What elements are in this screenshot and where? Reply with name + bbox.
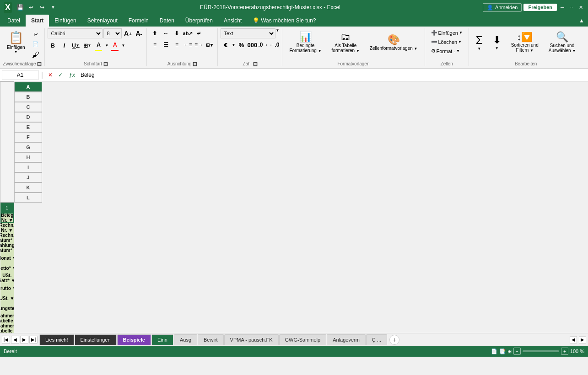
tab-help[interactable]: 💡 Was möchten Sie tun? (247, 15, 321, 27)
tab-seitenlayout[interactable]: Seitenlayout (82, 15, 123, 27)
cell-D1[interactable]: ZahlungsDatum* ▼ (0, 243, 14, 253)
tab-gwg[interactable]: GWG-Sammelp (279, 334, 327, 345)
cell-B1[interactable]: Rechn.Nr. ▼ (0, 223, 14, 233)
col-header-D[interactable]: D (14, 112, 42, 122)
comma-btn[interactable]: 000 (247, 40, 257, 50)
kopieren-button[interactable]: 📄 (30, 40, 42, 48)
font-color-dropdown[interactable]: ▼ (121, 43, 125, 48)
tab-ansicht[interactable]: Ansicht (218, 15, 247, 27)
scroll-left-btn[interactable]: ◀ (570, 336, 577, 343)
tab-more[interactable]: Ç ... (366, 334, 387, 345)
tab-datei[interactable]: Datei (2, 15, 26, 27)
align-left-btn[interactable]: ≡ (150, 40, 160, 50)
wrap-text-btn[interactable]: ↵ (194, 28, 204, 38)
col-header-J[interactable]: J (14, 172, 42, 182)
zellenformatvorlagen-button[interactable]: 🎨 Zellenformatvorlagen ▼ (366, 28, 422, 56)
align-bottom-btn[interactable]: ⬇ (172, 28, 182, 38)
tab-einstellungen[interactable]: Einstellungen (75, 334, 117, 345)
italic-button[interactable]: I (59, 41, 69, 51)
align-center-btn[interactable]: ☰ (161, 40, 171, 50)
underline-button[interactable]: U ▼ (70, 41, 81, 51)
align-top-btn[interactable]: ⬆ (150, 28, 160, 38)
ausschneiden-button[interactable]: ✂ (30, 30, 42, 39)
scroll-right-btn[interactable]: ▶ (579, 336, 586, 343)
ribbon-collapse-btn[interactable]: ▲ (575, 15, 588, 27)
formula-input[interactable] (79, 70, 586, 80)
decrease-decimal-btn[interactable]: ←.0 (269, 40, 279, 50)
cell-L1[interactable]: Einnahmen-Artfür die Tabelle BWA* ▼ (0, 323, 14, 333)
fill-dropdown[interactable]: ▼ (105, 43, 108, 48)
format-zellen-button[interactable]: ⚙ Format - ▼ (428, 47, 463, 55)
decrease-indent-btn[interactable]: ←≡ (183, 40, 193, 50)
tab-formeln[interactable]: Formeln (123, 15, 154, 27)
col-header-I[interactable]: I (14, 162, 42, 172)
zoom-in-btn[interactable]: + (561, 348, 568, 355)
col-header-G[interactable]: G (14, 142, 42, 152)
view-page-btn[interactable]: ⊞ (507, 348, 512, 354)
redo-btn[interactable]: ↪ (38, 3, 47, 12)
col-header-E[interactable]: E (14, 122, 42, 132)
cell-H1[interactable]: Brutto ▼ (0, 283, 14, 293)
tab-ueberpruefen[interactable]: Überprüfen (180, 15, 218, 27)
cell-I1[interactable]: USt. ▼ (0, 293, 14, 303)
restore-btn[interactable]: ▫ (568, 4, 575, 11)
add-sheet-btn[interactable]: + (389, 335, 399, 345)
col-header-L[interactable]: L (14, 193, 42, 203)
row-num-1[interactable]: 1 (0, 203, 14, 213)
suchen-auswaehlen-button[interactable]: 🔍 Suchen undAuswählen ▼ (545, 28, 580, 56)
fill-color-btn[interactable]: A (93, 40, 103, 51)
merge-btn[interactable]: ⊞▼ (205, 40, 215, 50)
autosum-button[interactable]: Σ ▼ (472, 28, 487, 56)
cell-F1[interactable]: Netto* ▼ (0, 263, 14, 273)
bold-button[interactable]: B (48, 41, 58, 51)
increase-decimal-btn[interactable]: .0→ (258, 40, 268, 50)
loeschen-zellen-button[interactable]: ➖ Löschen ▼ (428, 38, 465, 46)
percent-btn[interactable]: % (236, 40, 246, 50)
cell-E1[interactable]: Monat ▼ (0, 253, 14, 263)
anmelden-button[interactable]: 👤 Anmelden (483, 3, 522, 12)
tab-start[interactable]: Start (26, 15, 49, 27)
tab-last-btn[interactable]: ▶| (29, 336, 38, 344)
view-normal-btn[interactable]: 📄 (491, 348, 497, 354)
tab-next-btn[interactable]: ▶ (20, 336, 28, 344)
einfuegen-zellen-button[interactable]: ➕ Einfügen ▼ (428, 28, 466, 37)
bedingte-formatierung-button[interactable]: 📊 BedingteFormatierung ▼ (285, 28, 325, 56)
number-format-dropdown[interactable]: ▼ (275, 28, 279, 38)
undo-btn[interactable]: ↩ (27, 3, 36, 12)
format-uebertragen-button[interactable]: 🖌 (30, 49, 42, 60)
einfuegen-button[interactable]: 📋 Einfügen ▼ (3, 28, 29, 56)
currency-dropdown[interactable]: ▼ (232, 43, 235, 47)
orientation-btn[interactable]: ab↗ (183, 28, 193, 38)
borders-button[interactable]: ⊞▼ (82, 41, 92, 51)
decrease-font-btn[interactable]: A- (134, 28, 144, 38)
font-name-select[interactable]: Calibri (48, 28, 102, 38)
col-header-C[interactable]: C (14, 102, 42, 112)
tab-first-btn[interactable]: |◀ (2, 336, 10, 344)
zoom-slider[interactable] (523, 350, 559, 352)
tab-einfuegen[interactable]: Einfügen (49, 15, 81, 27)
tab-prev-btn[interactable]: ◀ (11, 336, 19, 344)
close-btn[interactable]: ✕ (577, 4, 584, 11)
freigeben-button[interactable]: Freigeben (523, 4, 557, 11)
save-qat-btn[interactable]: 💾 (16, 3, 25, 12)
tab-beispiele[interactable]: Beispiele (117, 334, 151, 345)
cell-J1[interactable]: Buchungstext* ▼ (0, 303, 14, 313)
cancel-formula-btn[interactable]: ✕ (46, 70, 55, 80)
increase-font-btn[interactable]: A+ (123, 28, 133, 38)
tab-einn[interactable]: Einn (151, 334, 173, 345)
number-format-select[interactable]: Text Zahl Währung Datum Prozent (221, 28, 275, 38)
col-header-B[interactable]: B (14, 92, 42, 102)
zoom-out-btn[interactable]: − (513, 348, 521, 355)
confirm-formula-btn[interactable]: ✓ (56, 70, 65, 80)
tab-daten[interactable]: Daten (154, 15, 180, 27)
cell-A1[interactable]: BelegNr. ▼ (0, 213, 14, 223)
cell-reference-input[interactable] (2, 70, 38, 80)
col-header-A[interactable]: A (14, 82, 42, 92)
cell-C1[interactable]: Rechn.Datum* ▼ (0, 233, 14, 243)
als-tabelle-button[interactable]: 🗂 Als Tabelleformatieren ▼ (328, 28, 364, 56)
tab-anlage[interactable]: Anlageverm (327, 334, 366, 345)
font-color-btn[interactable]: A (110, 40, 120, 51)
qat-more-btn[interactable]: ▼ (49, 3, 58, 12)
tab-bewirt[interactable]: Bewirt (198, 334, 224, 345)
align-right-btn[interactable]: ≡ (172, 40, 182, 50)
